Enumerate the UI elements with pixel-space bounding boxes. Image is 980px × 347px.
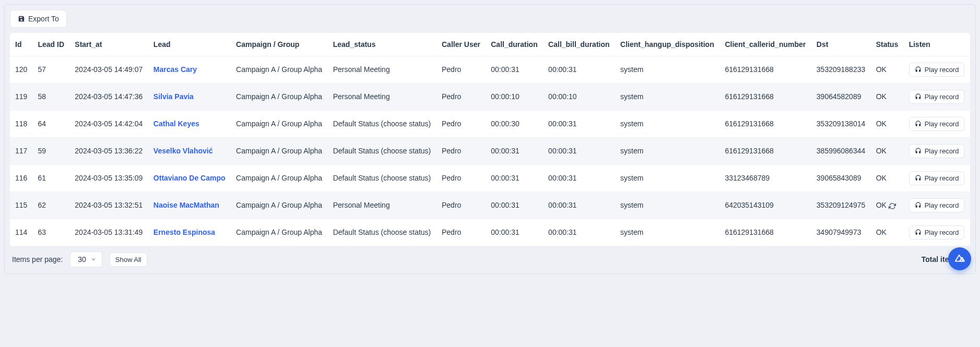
table-row: 117592024-03-05 13:36:22Veselko Vlahović…: [10, 138, 970, 165]
headphones-icon: [915, 175, 922, 182]
cell-status: OK: [871, 138, 904, 165]
play-record-label: Play record: [925, 174, 959, 182]
column-header[interactable]: Campaign / Group: [231, 33, 328, 56]
cell-call-duration: 00:00:31: [486, 219, 543, 246]
cell-lead-status: Default Status (choose status): [328, 138, 436, 165]
cell-start-at: 2024-03-05 14:47:36: [69, 83, 148, 111]
cell-lead-id: 63: [33, 219, 70, 246]
cell-hangup: system: [615, 111, 719, 138]
column-header[interactable]: Call_duration: [486, 33, 543, 56]
headphones-icon: [915, 93, 922, 100]
table-row: 115622024-03-05 13:32:51Naoise MacMathan…: [10, 192, 970, 219]
cell-listen: Play record: [904, 56, 970, 83]
cell-hangup: system: [615, 56, 719, 83]
cell-lead: Cathal Keyes: [148, 111, 231, 138]
lead-link[interactable]: Silvia Pavia: [154, 92, 194, 101]
cell-call-duration: 00:00:31: [486, 192, 543, 219]
items-per-page-label: Items per page:: [12, 255, 63, 264]
column-header[interactable]: Client_callerid_number: [719, 33, 811, 56]
column-header[interactable]: Lead ID: [33, 33, 70, 56]
cell-lead-id: 58: [33, 83, 70, 111]
column-header[interactable]: Caller User: [436, 33, 486, 56]
headphones-icon: [915, 202, 922, 209]
lead-link[interactable]: Marcas Cary: [154, 65, 197, 74]
toolbar: Export To: [10, 10, 970, 28]
lead-link[interactable]: Ernesto Espinosa: [154, 228, 215, 236]
column-header[interactable]: Listen: [904, 33, 970, 56]
play-record-label: Play record: [925, 147, 959, 155]
cell-hangup: system: [615, 192, 719, 219]
play-record-button[interactable]: Play record: [909, 63, 965, 77]
cell-caller: Pedro: [436, 83, 486, 111]
cell-listen: Play record: [904, 111, 970, 138]
cell-lead-status: Personal Meeting: [328, 56, 436, 83]
lead-link[interactable]: Naoise MacMathan: [154, 201, 219, 209]
cell-call-bill-duration: 00:00:31: [543, 111, 615, 138]
play-record-label: Play record: [925, 93, 959, 101]
column-header[interactable]: Lead: [148, 33, 231, 56]
cell-callerid: 616129131668: [719, 138, 811, 165]
column-header[interactable]: Status: [871, 33, 904, 56]
cell-lead: Marcas Cary: [148, 56, 231, 83]
play-record-button[interactable]: Play record: [909, 144, 965, 158]
cell-caller: Pedro: [436, 56, 486, 83]
play-record-button[interactable]: Play record: [909, 171, 965, 185]
page-container: Export To IdLead IDStart_atLeadCampaign …: [4, 4, 976, 274]
cell-id: 118: [10, 111, 33, 138]
cell-callerid: 33123468789: [719, 165, 811, 192]
lead-link[interactable]: Cathal Keyes: [154, 119, 199, 128]
column-header[interactable]: Client_hangup_disposition: [615, 33, 719, 56]
status-text: OK: [876, 92, 887, 101]
fab-button[interactable]: [948, 247, 971, 270]
refresh-icon[interactable]: [889, 202, 896, 210]
play-record-button[interactable]: Play record: [909, 117, 965, 131]
cell-hangup: system: [615, 165, 719, 192]
column-header[interactable]: Id: [10, 33, 33, 56]
chevron-down-icon: [90, 256, 97, 262]
column-header[interactable]: Call_bill_duration: [543, 33, 615, 56]
lead-link[interactable]: Veselko Vlahović: [154, 147, 213, 155]
headphones-icon: [915, 121, 922, 127]
lead-link[interactable]: Ottaviano De Campo: [154, 174, 226, 182]
column-header[interactable]: Start_at: [69, 33, 148, 56]
cell-listen: Play record: [904, 83, 970, 111]
status-text: OK: [876, 228, 887, 236]
cell-call-bill-duration: 00:00:31: [543, 219, 615, 246]
cell-listen: Play record: [904, 219, 970, 246]
cell-call-duration: 00:00:31: [486, 56, 543, 83]
column-header[interactable]: Lead_status: [328, 33, 436, 56]
status-text: OK: [876, 65, 887, 74]
play-record-button[interactable]: Play record: [909, 225, 965, 240]
cell-start-at: 2024-03-05 14:42:04: [69, 111, 148, 138]
table-row: 118642024-03-05 14:42:04Cathal KeyesCamp…: [10, 111, 970, 138]
save-icon: [18, 15, 25, 22]
cell-id: 120: [10, 56, 33, 83]
column-header[interactable]: Dst: [811, 33, 871, 56]
cell-dst: 353209188233: [811, 56, 871, 83]
cell-lead-id: 59: [33, 138, 70, 165]
cell-campaign: Campaign A / Group Alpha: [231, 83, 328, 111]
cell-campaign: Campaign A / Group Alpha: [231, 111, 328, 138]
cell-call-duration: 00:00:30: [486, 111, 543, 138]
cell-campaign: Campaign A / Group Alpha: [231, 138, 328, 165]
export-button[interactable]: Export To: [10, 10, 67, 28]
cell-status: OK: [871, 56, 904, 83]
headphones-icon: [915, 148, 922, 154]
cell-caller: Pedro: [436, 219, 486, 246]
cell-lead-id: 62: [33, 192, 70, 219]
cell-start-at: 2024-03-05 13:32:51: [69, 192, 148, 219]
cell-lead-id: 64: [33, 111, 70, 138]
show-all-button[interactable]: Show All: [110, 253, 147, 267]
cell-dst: 34907949973: [811, 219, 871, 246]
play-record-label: Play record: [925, 120, 959, 128]
play-record-button[interactable]: Play record: [909, 198, 965, 212]
status-text: OK: [876, 174, 887, 182]
play-record-button[interactable]: Play record: [909, 90, 965, 104]
status-text: OK: [876, 119, 887, 128]
cell-lead-id: 61: [33, 165, 70, 192]
table-row: 116612024-03-05 13:35:09Ottaviano De Cam…: [10, 165, 970, 192]
triangle-icon: [954, 253, 965, 265]
cell-listen: Play record: [904, 165, 970, 192]
headphones-icon: [915, 229, 922, 236]
items-per-page-select[interactable]: 30: [70, 252, 102, 267]
